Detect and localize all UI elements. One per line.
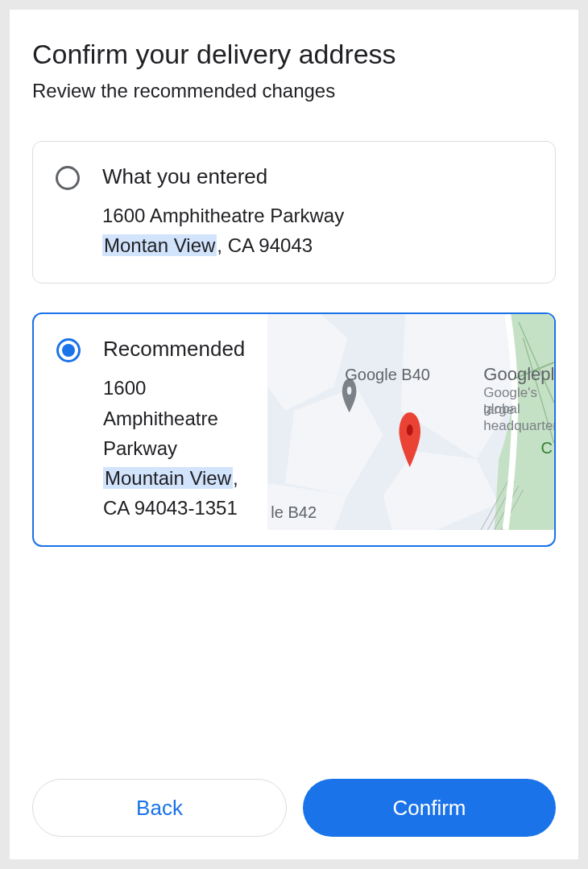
option-recommended[interactable]: Recommended 1600 Amphitheatre Parkway Mo… bbox=[32, 312, 556, 547]
entered-address-line1: 1600 Amphitheatre Parkway bbox=[102, 201, 532, 230]
map-label-c: C bbox=[541, 439, 553, 457]
confirm-address-dialog: Confirm your delivery address Review the… bbox=[10, 10, 578, 859]
radio-checked-icon[interactable] bbox=[56, 338, 81, 362]
map-label-b40: Google B40 bbox=[345, 366, 430, 384]
map-label-b42: le B42 bbox=[271, 503, 317, 522]
map-label-googleplex: Googleplex bbox=[483, 364, 554, 385]
dialog-subtitle: Review the recommended changes bbox=[32, 80, 556, 102]
button-row: Back Confirm bbox=[32, 779, 556, 837]
map-preview: Google B40 Googleplex Google's large glo… bbox=[267, 314, 554, 530]
recommended-address-line1: 1600 Amphitheatre Parkway bbox=[103, 373, 245, 463]
option-recommended-content: Recommended 1600 Amphitheatre Parkway Mo… bbox=[103, 337, 245, 523]
map-label-googleplex-sub2: global headquarters bbox=[483, 401, 554, 434]
back-button[interactable]: Back bbox=[32, 779, 287, 837]
option-entered-content: What you entered 1600 Amphitheatre Parkw… bbox=[102, 164, 532, 260]
option-entered-label: What you entered bbox=[102, 164, 532, 189]
svg-point-10 bbox=[347, 387, 352, 395]
dialog-title: Confirm your delivery address bbox=[32, 39, 556, 70]
entered-line2-rest: , CA 94043 bbox=[217, 234, 313, 256]
svg-point-11 bbox=[407, 424, 413, 436]
option-entered[interactable]: What you entered 1600 Amphitheatre Parkw… bbox=[32, 141, 556, 283]
recommended-address-line2: Mountain View, CA 94043-1351 bbox=[103, 463, 245, 523]
confirm-button[interactable]: Confirm bbox=[303, 779, 556, 837]
option-recommended-label: Recommended bbox=[103, 337, 245, 362]
entered-address-line2: Montan View, CA 94043 bbox=[102, 230, 532, 260]
recommended-highlight: Mountain View bbox=[103, 467, 233, 489]
radio-unchecked-icon[interactable] bbox=[56, 166, 80, 190]
entered-highlight: Montan View bbox=[102, 234, 217, 256]
